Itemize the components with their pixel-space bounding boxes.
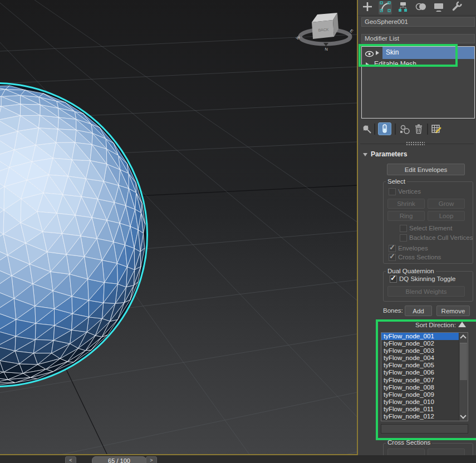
tab-modify[interactable] bbox=[379, 1, 392, 14]
pin-stack-icon[interactable] bbox=[362, 124, 372, 136]
tab-display[interactable] bbox=[432, 1, 445, 14]
rollout-open-arrow-icon bbox=[363, 153, 367, 156]
tab-create[interactable] bbox=[361, 1, 374, 14]
cross-sections-group-label: Cross Sections bbox=[386, 439, 432, 446]
backface-cull-label: Backface Cull Vertices bbox=[409, 234, 473, 241]
viewport-scene[interactable]: BACKWNE bbox=[0, 0, 357, 454]
stack-toolbar bbox=[358, 121, 476, 139]
expand-arrow-icon[interactable] bbox=[366, 62, 369, 67]
next-frame-button[interactable]: > bbox=[146, 456, 157, 463]
tab-utilities[interactable] bbox=[450, 1, 463, 14]
modifier-label: Editable Mesh bbox=[374, 60, 416, 68]
bone-list-item[interactable]: tyFlow_node_011 bbox=[381, 406, 459, 413]
envelopes-checkbox[interactable] bbox=[389, 245, 396, 252]
command-panel: GeoSphere001 Modifier List Skin Editable… bbox=[358, 0, 476, 455]
vertices-label: Vertices bbox=[398, 188, 421, 195]
object-name-field[interactable]: GeoSphere001 bbox=[361, 17, 475, 27]
viewport[interactable]: BACKWNE bbox=[0, 0, 358, 455]
ring-button[interactable]: Ring bbox=[387, 211, 425, 221]
select-group-box bbox=[383, 181, 473, 264]
3dsmax-window: BACKWNE bbox=[0, 0, 476, 463]
bone-list-scrollbar[interactable] bbox=[459, 333, 468, 421]
shrink-button[interactable]: Shrink bbox=[387, 199, 425, 209]
bone-list: tyFlow_node_001tyFlow_node_002tyFlow_nod… bbox=[381, 332, 468, 421]
rollout-title: Parameters bbox=[371, 150, 407, 158]
select-group-label: Select bbox=[386, 178, 407, 185]
bone-list-item[interactable]: tyFlow_node_006 bbox=[381, 369, 459, 376]
configure-modifier-sets-icon[interactable] bbox=[431, 124, 443, 137]
select-element-label: Select Element bbox=[409, 225, 452, 232]
bone-list-item[interactable]: tyFlow_node_001 bbox=[381, 333, 459, 340]
utilities-wrench-icon bbox=[450, 1, 463, 15]
command-panel-tabs bbox=[358, 0, 476, 16]
make-unique-icon[interactable] bbox=[399, 124, 410, 137]
sort-direction-label: Sort Direction: bbox=[415, 322, 456, 328]
modifier-label: Skin bbox=[386, 48, 399, 56]
bone-list-item[interactable]: tyFlow_node_003 bbox=[381, 347, 459, 354]
bone-list-item[interactable]: tyFlow_node_008 bbox=[381, 384, 459, 391]
cross-sections-add-button[interactable] bbox=[387, 449, 425, 455]
bones-label: Bones: bbox=[383, 307, 403, 314]
remove-bone-button[interactable]: Remove bbox=[436, 306, 470, 316]
modifier-stack: Skin Editable Mesh bbox=[361, 46, 475, 119]
current-frame-field[interactable]: 65 / 100 bbox=[92, 456, 146, 463]
parameters-rollout-header[interactable]: Parameters bbox=[358, 149, 476, 160]
bone-list-item[interactable]: tyFlow_node_005 bbox=[381, 362, 459, 369]
sort-direction-up-arrow[interactable] bbox=[458, 322, 466, 327]
svg-text:N: N bbox=[325, 47, 328, 52]
edit-envelopes-button[interactable]: Edit Envelopes bbox=[387, 164, 465, 175]
visibility-eye-icon[interactable] bbox=[365, 50, 374, 60]
cross-sections-checkbox[interactable] bbox=[389, 254, 396, 261]
create-plus-icon bbox=[361, 1, 374, 15]
backface-cull-checkbox[interactable] bbox=[400, 234, 407, 242]
modifier-list-dropdown[interactable]: Modifier List bbox=[361, 34, 475, 43]
time-slider-bar: < 65 / 100 > bbox=[0, 455, 476, 463]
scroll-down-icon[interactable] bbox=[460, 412, 466, 418]
grow-button[interactable]: Grow bbox=[428, 199, 465, 209]
dq-skinning-toggle-label: DQ Skinning Toggle bbox=[399, 275, 455, 282]
tab-hierarchy[interactable] bbox=[396, 1, 410, 14]
panel-splitter-handle[interactable] bbox=[406, 141, 425, 146]
select-element-checkbox[interactable] bbox=[400, 225, 407, 232]
modify-icon bbox=[379, 1, 391, 15]
show-end-result-icon[interactable] bbox=[378, 122, 391, 135]
tab-motion[interactable] bbox=[414, 1, 428, 14]
envelopes-label: Envelopes bbox=[398, 245, 428, 252]
bone-list-item[interactable]: tyFlow_node_007 bbox=[381, 377, 459, 384]
cross-sections-label: Cross Sections bbox=[398, 254, 441, 260]
bone-list-item[interactable]: tyFlow_node_009 bbox=[381, 391, 459, 398]
loop-button[interactable]: Loop bbox=[428, 211, 465, 221]
scrollbar-thumb[interactable] bbox=[460, 343, 467, 380]
vertices-checkbox[interactable] bbox=[389, 188, 396, 195]
cross-sections-remove-button[interactable] bbox=[428, 449, 465, 455]
expand-arrow-icon[interactable] bbox=[376, 51, 379, 55]
hierarchy-icon bbox=[397, 1, 409, 15]
display-icon bbox=[433, 1, 445, 15]
bone-list-item[interactable]: tyFlow_node_004 bbox=[381, 354, 459, 362]
bone-list-item[interactable]: tyFlow_node_002 bbox=[381, 340, 459, 347]
modifier-row-skin[interactable]: Skin bbox=[362, 47, 474, 59]
remove-modifier-trash-icon[interactable] bbox=[414, 124, 424, 136]
bone-name-field[interactable] bbox=[381, 424, 468, 434]
add-bone-button[interactable]: Add bbox=[405, 306, 432, 316]
modifier-row-editable-mesh[interactable]: Editable Mesh bbox=[362, 59, 474, 70]
svg-text:BACK: BACK bbox=[318, 27, 329, 32]
prev-frame-button[interactable]: < bbox=[65, 456, 76, 463]
scroll-up-icon[interactable] bbox=[460, 334, 466, 341]
blend-weights-button[interactable]: Blend Weights bbox=[387, 286, 465, 297]
bone-list-items: tyFlow_node_001tyFlow_node_002tyFlow_nod… bbox=[381, 333, 459, 421]
dual-quaternion-group-label: Dual Quaternion bbox=[386, 268, 436, 274]
dq-skinning-toggle-checkbox[interactable] bbox=[390, 275, 397, 283]
bone-list-item[interactable]: tyFlow_node_012 bbox=[381, 413, 459, 420]
bone-list-item[interactable]: tyFlow_node_010 bbox=[381, 398, 459, 406]
motion-icon bbox=[415, 1, 427, 15]
